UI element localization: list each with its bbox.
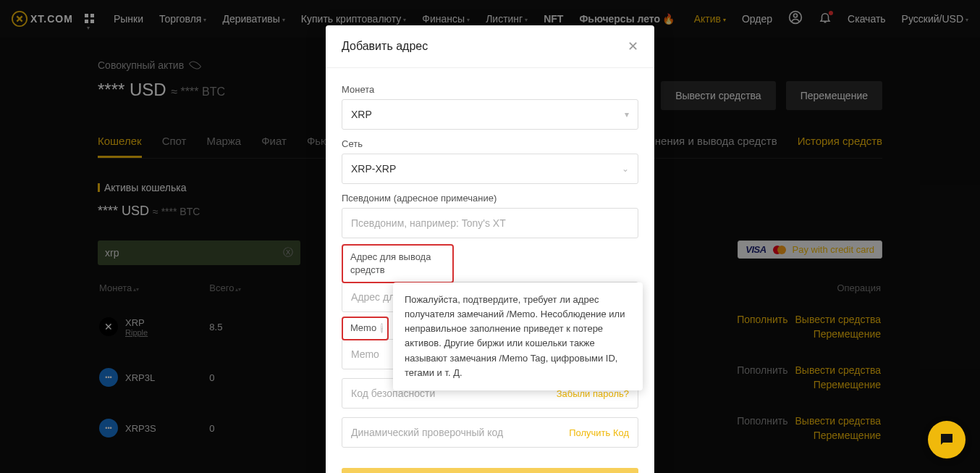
address-label-highlight: Адрес для вывода средств bbox=[342, 244, 454, 283]
coin-label: Монета bbox=[342, 84, 638, 95]
dyncode-input-wrap: Получить Код bbox=[342, 417, 638, 448]
modal-close-button[interactable]: ✕ bbox=[628, 38, 638, 54]
network-select[interactable]: XRP-XRP⌄ bbox=[342, 154, 638, 184]
network-label: Сеть bbox=[342, 138, 638, 149]
address-label: Адрес для вывода средств bbox=[350, 251, 431, 275]
alias-input[interactable] bbox=[351, 217, 629, 229]
memo-label-highlight: Memo ! bbox=[342, 317, 389, 340]
modal-title: Добавить адрес bbox=[342, 40, 428, 53]
get-code-link[interactable]: Получить Код bbox=[569, 427, 629, 438]
coin-select[interactable]: XRP▾ bbox=[342, 99, 638, 130]
alias-input-wrap bbox=[342, 208, 638, 238]
submit-button[interactable]: Отправить bbox=[342, 468, 638, 473]
memo-label: Memo bbox=[350, 322, 376, 333]
add-address-modal: Добавить адрес ✕ Монета XRP▾ Сеть XRP-XR… bbox=[326, 25, 654, 473]
chat-button[interactable] bbox=[928, 421, 966, 459]
alias-label: Псевдоним (адресное примечание) bbox=[342, 193, 638, 204]
memo-tooltip: Пожалуйста, подтвердите, требует ли адре… bbox=[393, 282, 643, 390]
dynamic-code-input[interactable] bbox=[351, 427, 569, 438]
info-icon[interactable]: ! bbox=[381, 323, 383, 333]
